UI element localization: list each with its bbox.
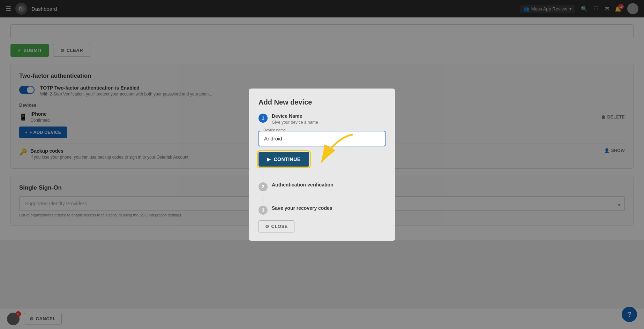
step-3-row: 3 Save your recovery codes — [259, 205, 385, 215]
step-1-circle: 1 — [259, 114, 268, 123]
step-line-2 — [263, 197, 263, 204]
modal-overlay: Add New device 1 Device Name Give your d… — [0, 0, 644, 329]
step-1-row: 1 Device Name Give your device a name — [259, 113, 385, 125]
step-3-circle: 3 — [259, 206, 268, 215]
step-1-title: Device Name — [272, 113, 318, 119]
add-device-modal: Add New device 1 Device Name Give your d… — [249, 89, 395, 241]
step-2-title: Authentication verification — [272, 182, 334, 188]
device-name-label: Device name — [262, 128, 287, 132]
continue-container: ▶ CONTINUE — [259, 152, 309, 174]
modal-title: Add New device — [259, 98, 385, 106]
step-line-1 — [263, 174, 263, 181]
step-1-subtitle: Give your device a name — [272, 120, 318, 125]
step-2-circle: 2 — [259, 182, 268, 191]
close-modal-button[interactable]: ⊘ CLOSE — [259, 220, 294, 232]
step-2-row: 2 Authentication verification — [259, 182, 385, 191]
device-name-input[interactable] — [259, 131, 385, 146]
continue-icon: ▶ — [267, 156, 271, 162]
step-3-title: Save your recovery codes — [272, 205, 332, 211]
device-name-group: Device name — [259, 131, 385, 146]
continue-button[interactable]: ▶ CONTINUE — [259, 152, 309, 167]
close-icon: ⊘ — [265, 224, 269, 229]
